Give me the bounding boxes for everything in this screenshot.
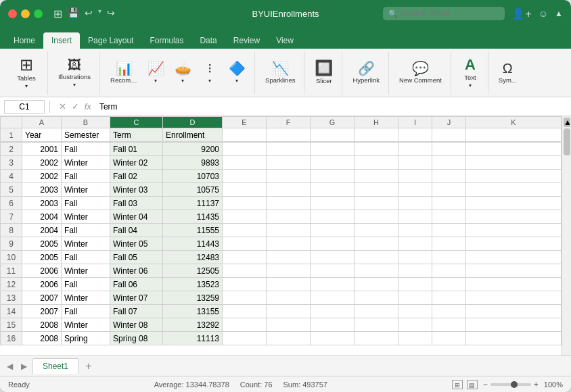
cell-i[interactable] — [398, 305, 432, 318]
cell-f1[interactable] — [267, 128, 311, 142]
cell-j[interactable] — [432, 210, 466, 224]
scroll-thumb[interactable] — [564, 128, 570, 155]
cell-f[interactable] — [267, 156, 311, 170]
cell-g[interactable] — [311, 278, 355, 291]
cell-c[interactable]: Winter 04 — [110, 210, 163, 224]
cell-h[interactable] — [355, 183, 398, 197]
cell-e[interactable] — [223, 210, 267, 224]
cell-a[interactable]: 2005 — [22, 251, 62, 264]
cell-d[interactable]: 9893 — [163, 156, 223, 170]
col-j-header[interactable]: J — [432, 117, 466, 128]
redo-icon[interactable]: ↪ — [107, 7, 115, 20]
cell-b[interactable]: Winter — [62, 156, 110, 170]
cell-j[interactable] — [432, 291, 466, 305]
cell-i[interactable] — [398, 318, 432, 332]
cell-c[interactable]: Fall 06 — [110, 278, 163, 291]
vertical-scrollbar[interactable]: ▲ — [562, 116, 571, 356]
cell-d[interactable]: 13523 — [163, 278, 223, 291]
cell-k[interactable] — [466, 332, 562, 345]
cell-a[interactable]: 2002 — [22, 170, 62, 183]
search-input[interactable] — [401, 9, 495, 18]
cell-k[interactable] — [466, 170, 562, 183]
scatter-chart-button[interactable]: ⁝ ▾ — [198, 59, 222, 86]
cell-b[interactable]: Fall — [62, 224, 110, 237]
cell-k1[interactable] — [466, 128, 562, 142]
illustrations-button[interactable]: 🖼 Illustrations ▾ — [55, 56, 94, 90]
cell-h[interactable] — [355, 278, 398, 291]
cell-g[interactable] — [311, 237, 355, 251]
cell-c[interactable]: Fall 04 — [110, 224, 163, 237]
cell-f[interactable] — [267, 291, 311, 305]
tables-button[interactable]: ⊞ Tables ▾ — [11, 55, 42, 91]
cell-b[interactable]: Fall — [62, 305, 110, 318]
cell-f[interactable] — [267, 318, 311, 332]
cell-f[interactable] — [267, 264, 311, 278]
row-num[interactable]: 8 — [1, 224, 22, 237]
cell-reference[interactable]: C1 — [4, 100, 45, 114]
tab-insert[interactable]: Insert — [43, 32, 80, 49]
cell-h[interactable] — [355, 197, 398, 210]
cell-j[interactable] — [432, 332, 466, 345]
cell-h[interactable] — [355, 291, 398, 305]
formula-confirm-icon[interactable]: ✓ — [72, 101, 79, 112]
chevron-up-icon[interactable]: ▲ — [555, 9, 563, 18]
maximize-button[interactable] — [34, 9, 43, 18]
cell-d[interactable]: 10703 — [163, 170, 223, 183]
cell-e[interactable] — [223, 318, 267, 332]
cell-d[interactable]: 11137 — [163, 197, 223, 210]
cell-c1[interactable]: Term — [110, 128, 163, 142]
col-h-header[interactable]: H — [355, 117, 398, 128]
cell-d[interactable]: 13155 — [163, 305, 223, 318]
cell-d[interactable]: 13292 — [163, 318, 223, 332]
sheet-tab-sheet1[interactable]: Sheet1 — [32, 358, 78, 374]
cell-k[interactable] — [466, 264, 562, 278]
cell-g[interactable] — [311, 143, 355, 156]
row-num[interactable]: 14 — [1, 305, 22, 318]
cell-k[interactable] — [466, 183, 562, 197]
col-i-header[interactable]: I — [398, 117, 432, 128]
cell-e[interactable] — [223, 143, 267, 156]
cell-j[interactable] — [432, 197, 466, 210]
cell-b[interactable]: Fall — [62, 251, 110, 264]
sidebar-icon[interactable]: ⊞ — [53, 7, 62, 20]
formula-cancel-icon[interactable]: ✕ — [59, 101, 66, 112]
cell-e[interactable] — [223, 251, 267, 264]
col-b-header[interactable]: B — [62, 117, 110, 128]
tab-formulas[interactable]: Formulas — [141, 32, 191, 49]
cell-g[interactable] — [311, 318, 355, 332]
zoom-slider[interactable] — [490, 383, 531, 386]
page-layout-view-icon[interactable]: ▤ — [467, 380, 478, 389]
cell-b[interactable]: Winter — [62, 183, 110, 197]
cell-e1[interactable] — [223, 128, 267, 142]
cell-b[interactable]: Fall — [62, 143, 110, 156]
bar-chart-button[interactable]: 📈 ▾ — [143, 59, 168, 86]
cell-e[interactable] — [223, 278, 267, 291]
cell-j[interactable] — [432, 251, 466, 264]
cell-b[interactable]: Winter — [62, 264, 110, 278]
row-num[interactable]: 2 — [1, 143, 22, 156]
cell-e[interactable] — [223, 264, 267, 278]
cell-a[interactable]: 2001 — [22, 143, 62, 156]
cell-a[interactable]: 2007 — [22, 291, 62, 305]
cell-c[interactable]: Winter 06 — [110, 264, 163, 278]
emoji-icon[interactable]: ☺ — [539, 8, 548, 19]
cell-h[interactable] — [355, 143, 398, 156]
cell-b[interactable]: Winter — [62, 318, 110, 332]
cell-a1[interactable]: Year — [22, 128, 62, 142]
cell-i[interactable] — [398, 278, 432, 291]
row-num[interactable]: 7 — [1, 210, 22, 224]
cell-h[interactable] — [355, 210, 398, 224]
cell-i[interactable] — [398, 156, 432, 170]
cell-g[interactable] — [311, 305, 355, 318]
cell-g[interactable] — [311, 197, 355, 210]
cell-j[interactable] — [432, 224, 466, 237]
cell-c[interactable]: Winter 02 — [110, 156, 163, 170]
cell-i1[interactable] — [398, 128, 432, 142]
text-button[interactable]: A Text ▾ — [458, 55, 482, 91]
cell-g1[interactable] — [311, 128, 355, 142]
cell-k[interactable] — [466, 318, 562, 332]
undo-icon[interactable]: ↩ — [85, 7, 93, 20]
cell-d[interactable]: 11443 — [163, 237, 223, 251]
cell-k[interactable] — [466, 251, 562, 264]
cell-k[interactable] — [466, 156, 562, 170]
